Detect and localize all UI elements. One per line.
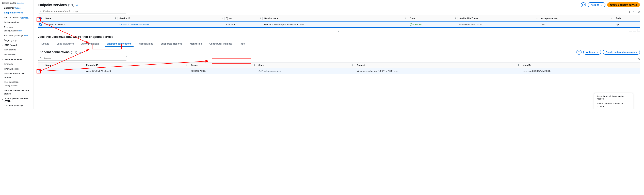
- col-created[interactable]: Created: [357, 64, 365, 66]
- row-radio[interactable]: [40, 69, 42, 72]
- sidebar-item-target-groups[interactable]: Target groups: [0, 38, 34, 43]
- layout-bottom-icon[interactable]: [629, 29, 632, 31]
- layout-full-icon[interactable]: [637, 29, 640, 31]
- sidebar-item-firewalls[interactable]: Firewalls: [0, 62, 34, 67]
- split-handle[interactable]: [34, 30, 644, 32]
- tab-allow-principals[interactable]: Allow principals: [78, 41, 103, 47]
- sidebar-item-rule-groups[interactable]: Rule groups: [0, 47, 34, 52]
- sidebar-item-service-networks[interactable]: Service networksUpdated: [0, 15, 34, 20]
- svg-point-0: [40, 10, 41, 11]
- tab-endpoint-connections[interactable]: Endpoint connections: [103, 41, 135, 47]
- sidebar-item-tls-inspection-configurations[interactable]: TLS inspection configurations: [0, 80, 34, 88]
- search-input-wrapper[interactable]: [38, 9, 127, 13]
- next-page-icon[interactable]: 〉: [632, 10, 636, 13]
- settings-gear-icon[interactable]: ⚙: [638, 10, 640, 14]
- col-endpoint-id[interactable]: Endpoint ID: [86, 64, 98, 66]
- sort-icon[interactable]: [352, 64, 354, 66]
- info-link[interactable]: Info: [76, 4, 79, 6]
- cell-endpoint-id: vpce-0d3d9cfb73e4becfd: [84, 68, 189, 74]
- layout-side-icon[interactable]: [633, 29, 636, 31]
- endpoint-services-title: Endpoint services: [38, 3, 67, 7]
- sidebar-item-resource-configurations[interactable]: Resource configurationsNew: [0, 25, 34, 33]
- info-link[interactable]: Info: [78, 51, 82, 54]
- sort-icon[interactable]: [454, 17, 456, 19]
- col-acceptance[interactable]: Acceptance req…: [541, 17, 560, 19]
- sidebar-item-firewall-policies[interactable]: Firewall policies: [0, 67, 34, 71]
- sidebar-item-domain-lists[interactable]: Domain lists: [0, 52, 34, 57]
- sidebar-item-network-firewall-resource-groups[interactable]: Network Firewall resource groups: [0, 88, 34, 96]
- sort-icon[interactable]: [259, 17, 261, 19]
- settings-gear-icon[interactable]: ⚙: [638, 57, 640, 61]
- sort-icon[interactable]: [221, 17, 223, 19]
- badge-new: New: [24, 35, 28, 37]
- col-owner[interactable]: Owner: [191, 64, 198, 66]
- create-endpoint-service-button[interactable]: Create endpoint service: [607, 2, 640, 7]
- endpoint-services-count: (1/1): [68, 3, 74, 7]
- search-icon: [40, 57, 42, 59]
- col-state[interactable]: State: [258, 64, 264, 66]
- sidebar-item-resource-gateways[interactable]: Resource gatewaysNew: [0, 33, 34, 38]
- tab-details[interactable]: Details: [38, 41, 53, 47]
- sidebar-section-header[interactable]: Virtual private network (VPN): [0, 96, 34, 103]
- tab-monitoring[interactable]: Monitoring: [186, 41, 206, 47]
- col-state[interactable]: State: [410, 17, 415, 19]
- select-all-checkbox[interactable]: [40, 17, 42, 19]
- create-endpoint-connection-button[interactable]: Create endpoint connection: [603, 50, 640, 55]
- sort-icon[interactable]: [518, 64, 519, 66]
- col-service-name[interactable]: Service name: [264, 17, 278, 19]
- sidebar-item-endpoint-services[interactable]: Endpoint services: [0, 10, 34, 15]
- badge-updated: Updated: [22, 16, 28, 19]
- cell-owner: 469042571205: [189, 68, 257, 74]
- sidebar-item-network-firewall-rule-groups[interactable]: Network Firewall rule groups: [0, 71, 34, 80]
- sidebar-item-endpoints[interactable]: EndpointsUpdated: [0, 5, 34, 10]
- tab-supported-regions[interactable]: Supported Regions: [157, 41, 186, 47]
- sort-icon[interactable]: [81, 64, 83, 66]
- col-service-id[interactable]: Service ID: [120, 17, 130, 19]
- search-icon: [40, 10, 42, 12]
- sort-icon[interactable]: [405, 17, 407, 19]
- menu-manage-tags[interactable]: Manage tags: [594, 109, 633, 109]
- sidebar-item-customer-gateways[interactable]: Customer gateways: [0, 103, 34, 108]
- sidebar-section-header[interactable]: DNS firewall: [0, 43, 34, 47]
- cell-dns: vpc: [614, 21, 640, 27]
- col-name[interactable]: Name: [46, 64, 51, 66]
- sidebar-section-header[interactable]: Network Firewall: [0, 57, 34, 62]
- table-row[interactable]: – vpce-0d3d9cfb73e4becfd 469042571205 Pe…: [38, 68, 640, 74]
- sidebar-item-lattice-services[interactable]: Lattice services: [0, 20, 34, 25]
- col-name[interactable]: Name: [46, 17, 51, 19]
- prev-page-icon[interactable]: 〈: [624, 10, 627, 13]
- sort-icon[interactable]: [536, 17, 538, 19]
- col-connection-id[interactable]: ction ID: [522, 64, 531, 66]
- refresh-icon[interactable]: [576, 50, 582, 55]
- tab-tags[interactable]: Tags: [236, 41, 248, 47]
- cell-service-id-link[interactable]: vpce-svc-0ceb593b3ba202634: [120, 23, 150, 26]
- connections-search-wrapper[interactable]: [38, 56, 127, 61]
- sort-icon[interactable]: [114, 17, 116, 19]
- search-input[interactable]: [43, 10, 125, 12]
- row-checkbox[interactable]: [40, 23, 42, 25]
- badge-updated: Updated: [14, 7, 22, 9]
- cell-acceptance: Yes: [540, 21, 614, 27]
- sidebar-item-getting-started[interactable]: Getting startedUpdated: [0, 1, 34, 5]
- col-az[interactable]: Availability Zones: [460, 17, 478, 19]
- cell-az: us-west-2a (usw2-az2): [458, 21, 540, 27]
- menu-reject-connection[interactable]: Reject endpoint connection request: [594, 101, 633, 109]
- tab-notifications[interactable]: Notifications: [135, 41, 157, 47]
- refresh-icon[interactable]: [581, 2, 586, 7]
- connections-count: (1/1): [71, 50, 77, 54]
- sort-icon[interactable]: [186, 64, 188, 66]
- cell-created: Wednesday, January 8, 2025 at 10.51.4…: [355, 68, 521, 74]
- table-row[interactable]: nlb-endpoint-service vpce-svc-0ceb593b3b…: [38, 21, 640, 27]
- col-dns[interactable]: DNS: [616, 17, 620, 19]
- sort-icon[interactable]: [611, 17, 613, 19]
- sort-icon[interactable]: [254, 64, 255, 66]
- connections-search-input[interactable]: [43, 57, 125, 60]
- tab-contributor-insights[interactable]: Contributor Insights: [206, 41, 236, 47]
- menu-accept-connection[interactable]: Accept endpoint connection request: [594, 94, 633, 101]
- badge-updated: Updated: [17, 2, 24, 4]
- tab-load-balancers[interactable]: Load balancers: [53, 41, 78, 47]
- cell-service-name: com.amazonaws.vpce.us-west-2.vpce-sv…: [262, 21, 408, 27]
- actions-dropdown[interactable]: Actions: [588, 2, 606, 7]
- col-types[interactable]: Types: [226, 17, 232, 19]
- connections-actions-dropdown[interactable]: Actions: [583, 50, 601, 55]
